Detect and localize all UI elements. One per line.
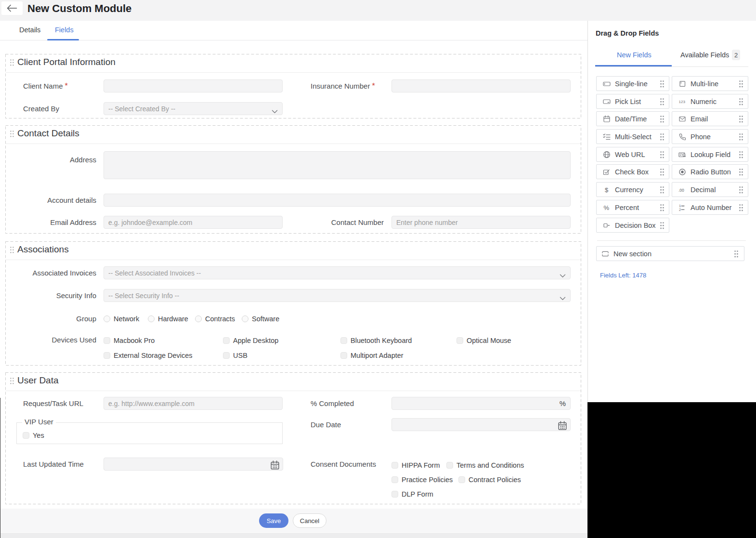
svg-text:123: 123	[679, 100, 686, 104]
svg-text:2: 2	[679, 208, 681, 211]
svg-text:.00: .00	[678, 187, 684, 192]
svg-text:$: $	[605, 186, 609, 193]
svg-text:%: %	[604, 204, 610, 211]
